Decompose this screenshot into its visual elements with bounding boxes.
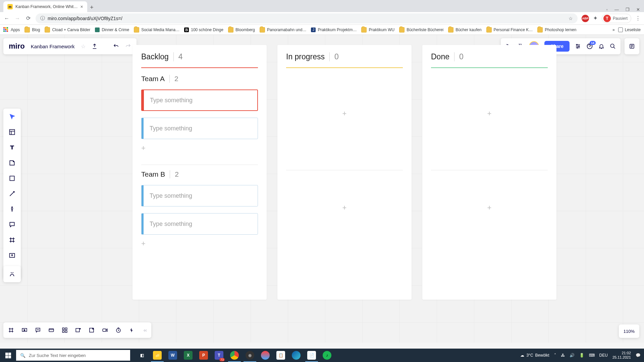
comment-tool-icon[interactable] (7, 220, 17, 229)
window-maximize-icon[interactable]: ❐ (626, 7, 630, 12)
start-button[interactable] (0, 349, 16, 362)
kanban-card[interactable]: Type something (141, 213, 258, 235)
extensions-icon[interactable]: ✦ (593, 15, 598, 22)
kanban-card[interactable]: Type something (141, 185, 258, 206)
taskbar-app-chrome[interactable] (227, 349, 242, 362)
taskbar-weather[interactable]: ☁ 3°C Bewölkt (520, 353, 549, 358)
taskbar-app-generic[interactable]: 📋 (273, 349, 288, 362)
swimlane-header[interactable]: Team A 2 (141, 75, 258, 83)
kanban-board[interactable]: Backlog 4 Team A 2 Type something Type s… (132, 45, 556, 300)
taskbar-app-word[interactable]: W (165, 349, 180, 362)
bookmark-star-icon[interactable]: ☆ (569, 16, 573, 21)
pen-tool-icon[interactable] (7, 204, 17, 214)
bookmark-item[interactable]: Cload + Canva Bilder (45, 27, 90, 33)
voting-panel-icon[interactable] (129, 327, 135, 333)
settings-icon[interactable] (575, 43, 581, 49)
bookmark-item[interactable]: Dinner & Crime (95, 27, 129, 32)
bookmarks-overflow-icon[interactable]: » (612, 27, 615, 32)
select-tool-icon[interactable] (7, 112, 17, 121)
bookmark-item[interactable]: Blog (24, 27, 40, 33)
add-card-icon[interactable]: + (286, 197, 403, 219)
activity-panel-icon[interactable] (625, 38, 639, 54)
add-card-icon[interactable]: + (431, 197, 548, 219)
bell-icon[interactable] (598, 43, 604, 49)
taskbar-app-edge[interactable] (288, 349, 304, 362)
frame-tool-icon[interactable] (7, 235, 17, 245)
bookmark-item[interactable]: Personal Finance K… (486, 27, 533, 33)
bookmark-apps[interactable]: Apps (3, 27, 20, 33)
taskbar-search[interactable]: 🔍 Zur Suche Text hier eingeben (16, 350, 130, 361)
share-panel-icon[interactable] (75, 327, 81, 333)
chrome-menu-icon[interactable]: ⋮ (635, 15, 641, 21)
timer-panel-icon[interactable] (115, 327, 121, 333)
note-panel-icon[interactable] (89, 327, 95, 333)
bookmark-item[interactable]: Bücher kaufen (448, 27, 481, 33)
kanban-column-backlog[interactable]: Backlog 4 Team A 2 Type something Type s… (132, 45, 267, 300)
taskbar-app-explorer[interactable]: 📁 (150, 349, 165, 362)
bookmark-item[interactable]: JPraktikum Projektm… (311, 27, 357, 32)
comments-panel-icon[interactable] (35, 327, 41, 333)
window-minimize-icon[interactable]: — (614, 7, 619, 12)
apps-panel-icon[interactable] (62, 327, 68, 333)
tray-chevron-icon[interactable]: ˄ (554, 353, 556, 358)
help-icon[interactable]: 14 (586, 43, 593, 50)
action-center-icon[interactable]: 💬 (636, 353, 641, 358)
shape-tool-icon[interactable] (7, 174, 17, 183)
kanban-column-inprogress[interactable]: In progress 0 + + (277, 45, 412, 300)
miro-logo[interactable]: miro (9, 42, 25, 51)
templates-icon[interactable] (7, 127, 17, 137)
taskbar-app-obs[interactable]: ◉ (242, 349, 258, 362)
window-close-icon[interactable]: ✕ (636, 7, 640, 12)
add-card-icon[interactable]: + (141, 239, 146, 248)
add-card-icon[interactable]: + (431, 103, 548, 124)
profile-button[interactable]: T Pausiert (602, 14, 631, 23)
taskbar-app-excel[interactable]: X (180, 349, 196, 362)
board-name[interactable]: Kanban Framework (31, 44, 75, 49)
text-tool-icon[interactable] (7, 143, 17, 152)
tray-battery-icon[interactable]: 🔋 (579, 353, 584, 358)
task-view-icon[interactable]: ◧ (134, 349, 150, 362)
frames-panel-icon[interactable] (8, 327, 14, 333)
bookmark-item[interactable]: B100 schöne Dinge (184, 27, 223, 32)
presentation-icon[interactable] (21, 327, 28, 333)
tray-keyboard-icon[interactable]: ⌨ (589, 353, 595, 358)
bookmark-item[interactable]: Bücherliste Bücherei (399, 27, 443, 33)
add-card-icon[interactable]: + (286, 103, 403, 124)
tray-network-icon[interactable]: 🖧 (561, 353, 565, 358)
kanban-card[interactable]: Type something (141, 89, 258, 111)
taskbar-app-generic[interactable] (258, 349, 273, 362)
taskbar-app-spotify[interactable]: ♪ (319, 349, 335, 362)
bookmark-item[interactable]: Social Media Mana… (134, 27, 179, 33)
sticky-note-icon[interactable] (7, 158, 17, 168)
tray-language[interactable]: DEU (599, 353, 608, 358)
address-bar[interactable]: ⓘ miro.com/app/board/uXjVOf8yZ1s=/ ☆ (36, 13, 578, 23)
tray-volume-icon[interactable]: 🔊 (570, 353, 575, 358)
undo-icon[interactable] (113, 43, 119, 49)
nav-reload-icon[interactable]: ⟳ (25, 15, 32, 22)
star-board-icon[interactable]: ☆ (81, 43, 86, 50)
bookmark-item[interactable]: Praktikum WU (361, 27, 394, 33)
swimlane-header[interactable]: Team B 2 (141, 170, 258, 178)
chrome-account-icon[interactable]: ◦ (606, 7, 608, 12)
site-info-icon[interactable]: ⓘ (40, 15, 45, 21)
taskbar-app-powerpoint[interactable]: P (196, 349, 211, 362)
export-icon[interactable] (92, 43, 98, 49)
browser-tab[interactable]: m Kanban Framework, Online Whit… × (3, 1, 87, 12)
bookmark-item[interactable]: Panoramabahn und… (260, 27, 306, 33)
taskbar-app-notepad[interactable]: 📄 (304, 349, 319, 362)
line-tool-icon[interactable] (7, 189, 17, 198)
taskbar-app-teams[interactable]: T73 (211, 349, 227, 362)
new-tab-button[interactable]: + (87, 3, 97, 12)
bookmark-item[interactable]: Bloomberg (228, 27, 255, 33)
taskbar-clock[interactable]: 21:02 25.11.2021 (612, 351, 631, 360)
zoom-indicator[interactable]: 110% (619, 324, 639, 338)
tab-close-icon[interactable]: × (80, 4, 83, 9)
upload-tool-icon[interactable] (7, 251, 17, 260)
collapse-toolbar-icon[interactable]: ‹‹ (144, 327, 147, 333)
add-card-icon[interactable]: + (141, 144, 146, 153)
smart-drawing-icon[interactable] (3, 266, 21, 282)
search-icon[interactable] (610, 43, 616, 49)
adblock-icon[interactable]: ABP (582, 15, 589, 22)
card-panel-icon[interactable] (48, 327, 54, 333)
kanban-column-done[interactable]: Done 0 + + (422, 45, 556, 300)
